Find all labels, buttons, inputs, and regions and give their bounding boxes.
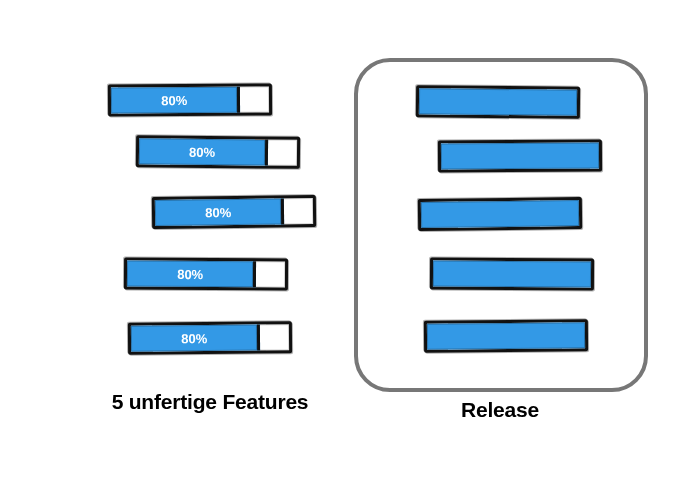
feature-bar-fill: 80% bbox=[131, 325, 261, 352]
release-bar bbox=[424, 319, 588, 352]
release-bar bbox=[438, 139, 602, 172]
feature-bar: 80% bbox=[124, 258, 288, 291]
feature-bar-fill: 80% bbox=[111, 87, 241, 114]
release-bar bbox=[430, 258, 594, 291]
release-bar-fill bbox=[419, 88, 577, 116]
feature-bar-label: 80% bbox=[181, 331, 207, 346]
diagram-stage: 80% 80% 80% 80% 80% 5 unfertige Features bbox=[0, 0, 700, 500]
feature-bar-fill: 80% bbox=[139, 138, 269, 165]
release-bar-fill bbox=[433, 261, 591, 288]
release-caption: Release bbox=[370, 398, 630, 422]
feature-bar-label: 80% bbox=[205, 205, 231, 220]
feature-bar-label: 80% bbox=[189, 144, 215, 159]
release-bar-fill bbox=[421, 200, 579, 228]
feature-bar-label: 80% bbox=[177, 266, 203, 281]
feature-bar-label: 80% bbox=[161, 93, 187, 108]
release-bar bbox=[416, 85, 580, 119]
feature-bar-fill: 80% bbox=[127, 261, 257, 288]
release-bar-fill bbox=[427, 322, 585, 349]
feature-bar: 80% bbox=[128, 321, 292, 354]
feature-bar: 80% bbox=[136, 135, 300, 169]
feature-bar: 80% bbox=[108, 83, 272, 116]
feature-bar-fill: 80% bbox=[155, 198, 285, 226]
feature-bar: 80% bbox=[152, 195, 316, 229]
release-bar-fill bbox=[441, 142, 599, 169]
unfinished-caption: 5 unfertige Features bbox=[80, 390, 340, 414]
release-bar bbox=[418, 197, 582, 231]
